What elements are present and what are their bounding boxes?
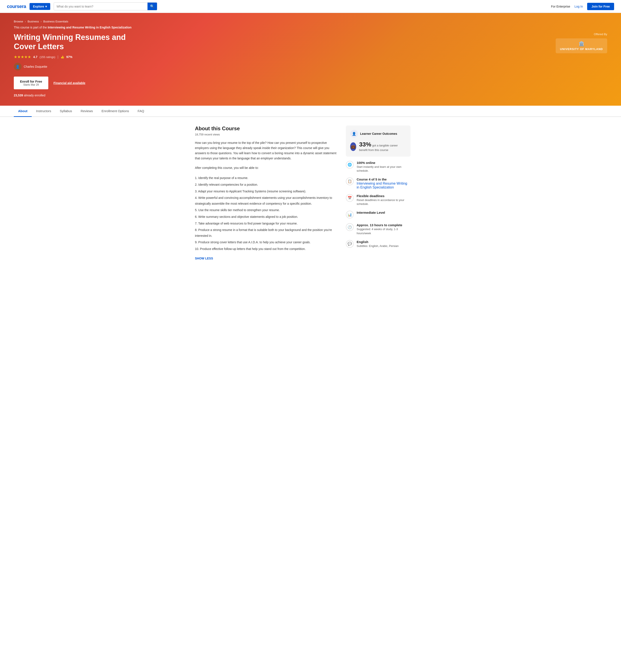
list-item: 6. Write summary sections and objective … bbox=[195, 213, 337, 220]
course-description: How can you bring your resume to the top… bbox=[195, 141, 337, 161]
career-stat-pct: 33% bbox=[359, 141, 371, 148]
specialization-link-sidebar[interactable]: Interviewing and Resume Writing in Engli… bbox=[357, 182, 407, 189]
tab-reviews[interactable]: Reviews bbox=[76, 106, 97, 117]
list-item: 10. Produce effective follow-up letters … bbox=[195, 246, 337, 252]
globe-icon: 🌐 bbox=[346, 161, 354, 169]
content-right: 👤 Learner Career Outcomes 💼 33% got a ta… bbox=[346, 125, 411, 260]
university-logo: 🏛️ UNIVERSITY OF MARYLAND bbox=[556, 38, 607, 53]
info-subtitle-hours: Suggested: 4 weeks of study, 1-3 hours/w… bbox=[357, 227, 411, 235]
info-item-flexible: 📅 Flexible deadlines Reset deadlines in … bbox=[346, 194, 411, 206]
log-in-button[interactable]: Log In bbox=[574, 5, 583, 8]
rating-count: (155 ratings) bbox=[39, 55, 55, 58]
chart-icon: 📊 bbox=[346, 211, 354, 219]
search-input[interactable] bbox=[54, 3, 148, 10]
hero-section: Browse › Business › Business Essentials … bbox=[0, 13, 621, 106]
info-item-online: 🌐 100% online Start instantly and learn … bbox=[346, 161, 411, 173]
enroll-button[interactable]: Enroll for Free Starts Mar 29 bbox=[14, 77, 48, 89]
tab-about[interactable]: About bbox=[14, 106, 32, 117]
info-title-language: English bbox=[357, 240, 399, 244]
rating-number: 4.7 bbox=[33, 55, 37, 58]
career-outcomes-card: 👤 Learner Career Outcomes 💼 33% got a ta… bbox=[346, 125, 411, 156]
career-outcomes-title: 👤 Learner Career Outcomes bbox=[350, 130, 406, 137]
info-item-hours: 🕐 Approx. 13 hours to complete Suggested… bbox=[346, 223, 411, 235]
enroll-section: Enroll for Free Starts Mar 29 Financial … bbox=[14, 77, 134, 89]
nav-tabs: About Instructors Syllabus Reviews Enrol… bbox=[0, 106, 621, 117]
tab-syllabus[interactable]: Syllabus bbox=[55, 106, 76, 117]
info-subtitle-flexible: Reset deadlines in accordance to your sc… bbox=[357, 198, 411, 206]
list-item: 5. Use the resume skills tier method to … bbox=[195, 207, 337, 213]
instructor-row: 👤 Charles Duquette bbox=[14, 63, 134, 71]
list-item: 1. Identify the real purpose of a resume… bbox=[195, 175, 337, 182]
info-subtitle-language: Subtitles: English, Arabic, Persian bbox=[357, 244, 399, 248]
hero-right: Offered By 🏛️ UNIVERSITY OF MARYLAND bbox=[556, 33, 607, 53]
show-less-button[interactable]: SHOW LESS bbox=[195, 256, 213, 260]
recent-views: 18,759 recent views bbox=[195, 133, 337, 136]
clock-icon: 🕐 bbox=[346, 223, 354, 231]
header: coursera Explore ▾ 🔍 For Enterprise Log … bbox=[0, 0, 621, 13]
instructor-name[interactable]: Charles Duquette bbox=[24, 65, 47, 68]
info-title-flexible: Flexible deadlines bbox=[357, 194, 411, 198]
main-content: About this Course 18,759 recent views Ho… bbox=[181, 117, 440, 269]
avatar: 👤 bbox=[14, 63, 22, 71]
chevron-down-icon: ▾ bbox=[45, 5, 47, 8]
tab-faq[interactable]: FAQ bbox=[133, 106, 148, 117]
pipe-divider: | bbox=[57, 55, 58, 59]
specialization-note: This course is part of the Interviewing … bbox=[14, 26, 607, 29]
briefcase-icon: 💼 bbox=[350, 142, 356, 151]
list-item: 9. Produce strong cover letters that use… bbox=[195, 239, 337, 246]
breadcrumb-business[interactable]: Business bbox=[28, 20, 39, 23]
search-icon: 🔍 bbox=[150, 4, 154, 8]
for-enterprise-link[interactable]: For Enterprise bbox=[551, 5, 570, 8]
explore-button[interactable]: Explore ▾ bbox=[30, 3, 50, 10]
career-outcomes-icon: 👤 bbox=[350, 130, 358, 137]
list-item: 2. Identify relevant competencies for a … bbox=[195, 182, 337, 188]
calendar-icon: 📅 bbox=[346, 194, 354, 202]
list-item: 8. Produce a strong resume in a format t… bbox=[195, 227, 337, 239]
list-item: 3. Adapt your resumes to Applicant Track… bbox=[195, 188, 337, 195]
breadcrumb-browse[interactable]: Browse bbox=[14, 20, 23, 23]
search-bar: 🔍 bbox=[54, 2, 157, 10]
course-title: Writing Winning Resumes and Cover Letter… bbox=[14, 33, 134, 51]
list-item: 7. Take advantage of web resources to fi… bbox=[195, 220, 337, 227]
offered-by-label: Offered By bbox=[594, 33, 607, 36]
breadcrumb-sep-1: › bbox=[25, 20, 26, 23]
starts-date: Starts Mar 29 bbox=[20, 83, 42, 86]
university-icon: 🏛️ bbox=[579, 41, 584, 47]
breadcrumb: Browse › Business › Business Essentials bbox=[14, 20, 607, 23]
tab-enrollment-options[interactable]: Enrollment Options bbox=[97, 106, 133, 117]
breadcrumb-sep-2: › bbox=[41, 20, 41, 23]
info-title-course: Course 4 of 5 in the bbox=[357, 177, 411, 181]
enrolled-count: 23,539 already enrolled bbox=[14, 93, 134, 97]
university-name: UNIVERSITY OF MARYLAND bbox=[560, 47, 603, 51]
specialization-link[interactable]: Interviewing and Resume Writing in Engli… bbox=[48, 26, 131, 29]
chat-icon: 💬 bbox=[346, 240, 354, 248]
header-right: For Enterprise Log In Join for Free bbox=[551, 3, 614, 10]
tab-instructors[interactable]: Instructors bbox=[32, 106, 55, 117]
rating-row: ★★★★★ 4.7 (155 ratings) | 👍 97% bbox=[14, 54, 134, 59]
logo[interactable]: coursera bbox=[7, 4, 26, 9]
info-item-level: 📊 Intermediate Level bbox=[346, 211, 411, 219]
book-icon: 📋 bbox=[346, 177, 354, 185]
career-stat: 💼 33% got a tangible career benefit from… bbox=[350, 141, 406, 152]
search-button[interactable]: 🔍 bbox=[148, 3, 157, 10]
info-title-level: Intermediate Level bbox=[357, 211, 385, 214]
financial-aid-link[interactable]: Financial aid available bbox=[53, 81, 85, 85]
breadcrumb-business-essentials[interactable]: Business Essentials bbox=[43, 20, 68, 23]
info-item-language: 💬 English Subtitles: English, Arabic, Pe… bbox=[346, 240, 411, 248]
list-item: 4. Write powerful and convincing accompl… bbox=[195, 195, 337, 207]
content-left: About this Course 18,759 recent views Ho… bbox=[195, 125, 337, 260]
info-subtitle-online: Start instantly and learn at your own sc… bbox=[357, 165, 411, 173]
join-free-button[interactable]: Join for Free bbox=[587, 3, 614, 10]
outcomes-list: 1. Identify the real purpose of a resume… bbox=[195, 175, 337, 252]
about-title: About this Course bbox=[195, 125, 337, 131]
info-title-hours: Approx. 13 hours to complete bbox=[357, 223, 411, 227]
completing-note: After completing this course, you will b… bbox=[195, 165, 337, 170]
hero-left: Writing Winning Resumes and Cover Letter… bbox=[14, 33, 134, 97]
info-title-online: 100% online bbox=[357, 161, 411, 164]
thumbs-up-icon: 👍 bbox=[60, 55, 64, 58]
thumbs-pct: 97% bbox=[67, 55, 73, 58]
star-icons: ★★★★★ bbox=[14, 54, 31, 59]
info-item-course: 📋 Course 4 of 5 in the Interviewing and … bbox=[346, 177, 411, 189]
